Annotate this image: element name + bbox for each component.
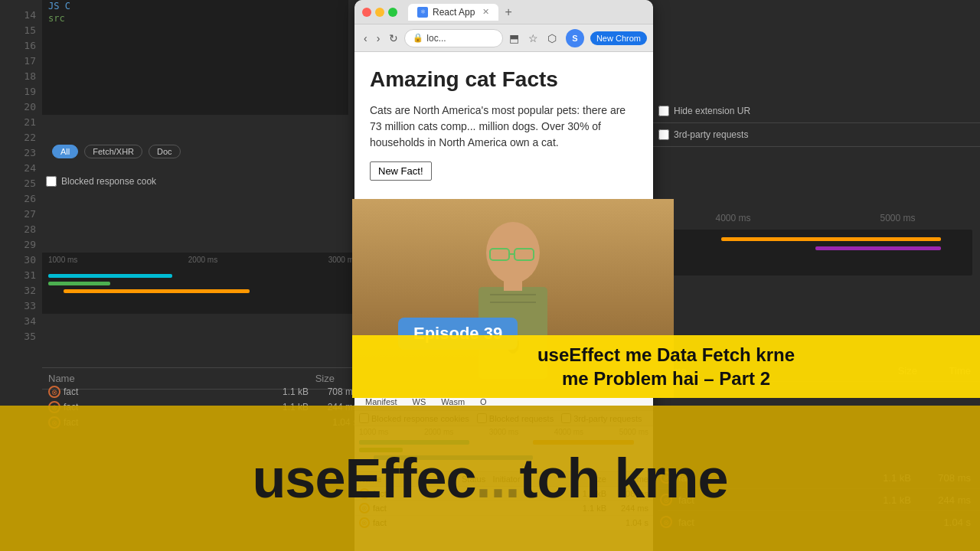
bg-rt-5000: 5000 ms [880,213,915,223]
profile-button[interactable]: S [563,28,587,49]
traffic-lights [362,8,397,17]
bg-row1-name: fact [64,386,260,397]
bg-all-btn[interactable]: All [52,145,78,158]
bg-fetch-btn[interactable]: Fetch/XHR [84,145,142,158]
bg-tl-1000: 1000 ms [48,256,77,264]
tab-title: React App [433,7,475,18]
address-text: loc... [426,33,446,44]
back-button[interactable]: ‹ [361,31,371,46]
address-bar[interactable]: 🔒 loc... [404,29,503,47]
subtitle-overlay: useEffect me Data Fetch krne me Problem … [352,335,980,398]
bg-blocked-label: Blocked response cook [61,176,156,187]
extensions-button[interactable]: ⬡ [544,31,560,46]
bg-doc-btn[interactable]: Doc [149,145,181,158]
nav-bar: ‹ › ↻ 🔒 loc... ⬒ ☆ ⬡ S New Chrom [354,24,653,52]
bg-blocked-checkbox[interactable] [46,176,57,187]
close-button[interactable] [362,8,371,17]
page-body-text: Cats are North America's most popular pe… [370,103,638,151]
minimize-button[interactable] [375,8,384,17]
bg-row1-icon: ⊗ [48,386,60,398]
bg-third-party-label: 3rd-party requests [674,129,748,140]
cast-button[interactable]: ⬒ [506,31,522,46]
bg-row1-size: 1.1 kB [263,386,309,397]
bottom-text: useEffec...tch krne [237,447,743,510]
subtitle-line1: useEffect me Data Fetch krne [368,343,965,367]
tab-favicon: ⚛ [417,7,428,18]
bookmark-button[interactable]: ☆ [525,31,541,46]
source-code-area: JS C src [42,0,348,115]
bg-timeline: 1000 ms 2000 ms 3000 ms [42,253,364,314]
active-tab[interactable]: ⚛ React App ✕ [408,4,498,21]
svg-point-0 [486,222,540,283]
maximize-button[interactable] [388,8,397,17]
page-heading: Amazing cat Facts [370,67,638,92]
bg-hide-ext-label: Hide extension UR [674,106,750,116]
subtitle-line2: me Problem hai – Part 2 [368,367,965,390]
tab-close-icon[interactable]: ✕ [482,7,489,17]
forward-button[interactable]: › [374,31,384,46]
new-fact-button[interactable]: New Fact! [370,161,432,181]
bg-third-party-checkbox[interactable] [658,129,669,140]
tab-bar: ⚛ React App ✕ + [408,4,645,21]
svg-rect-7 [504,279,522,291]
bottom-overlay: useEffec...tch krne [0,406,980,551]
bg-rt-4000: 4000 ms [715,213,750,223]
bg-tl-2000: 2000 ms [188,256,217,264]
reload-button[interactable]: ↻ [386,31,401,46]
new-tab-button[interactable]: + [501,5,514,19]
bg-hide-ext-checkbox[interactable] [658,106,669,116]
title-bar: ⚛ React App ✕ + [354,0,653,24]
profile-avatar: S [566,29,584,47]
new-chrome-button[interactable]: New Chrom [590,31,647,45]
lock-icon: 🔒 [413,33,423,43]
bg-row1-time: 708 ms [312,386,358,397]
